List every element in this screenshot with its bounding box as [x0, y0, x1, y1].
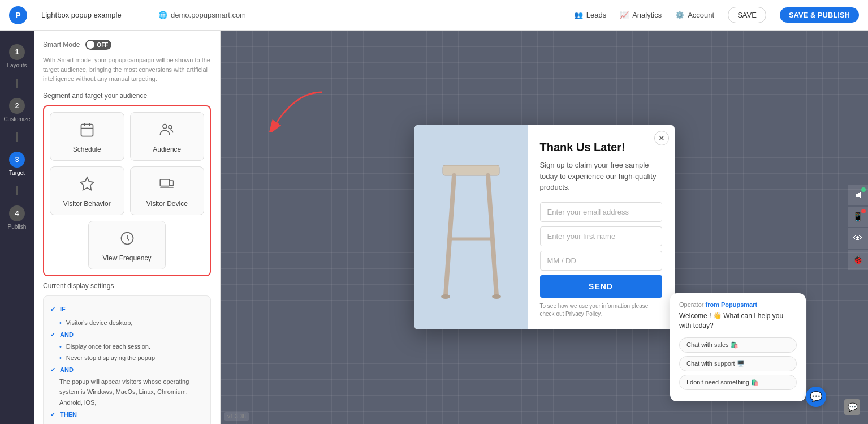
- check-icon-and1: ✔: [50, 329, 55, 340]
- and-label-1: AND: [60, 329, 74, 340]
- svg-point-17: [492, 294, 501, 299]
- step-divider-3: [16, 186, 18, 195]
- mobile-view-button[interactable]: 📱: [848, 207, 868, 227]
- visitor-behavior-icon: [79, 176, 95, 195]
- condition-and-2: ✔ AND: [50, 365, 204, 375]
- audience-label: Audience: [153, 145, 181, 153]
- version-badge: v1.3.38: [224, 412, 249, 421]
- chat-support-button[interactable]: Chat with support 🖥️: [679, 356, 797, 371]
- toggle-state: OFF: [97, 42, 108, 48]
- campaign-name[interactable]: Lightbox popup example: [36, 8, 149, 22]
- visitor-device-icon: [159, 176, 175, 195]
- targeting-card-visitor-device[interactable]: Visitor Device: [130, 166, 205, 215]
- gear-icon: ⚙️: [675, 11, 684, 19]
- desktop-icon: 🖥: [853, 190, 862, 200]
- chat-open-button[interactable]: 💬: [806, 387, 826, 407]
- check-icon-if: ✔: [50, 304, 55, 315]
- canvas: ✕ Thank Us Later! Sign up to claim your …: [221, 31, 868, 424]
- svg-marker-6: [80, 177, 93, 190]
- popup-description: Sign up to claim your free sample today …: [540, 160, 662, 193]
- audience-icon: [159, 122, 175, 141]
- popup-privacy: To see how we use your information pleas…: [540, 302, 662, 318]
- step-customize[interactable]: 2 Customize: [0, 93, 34, 127]
- name-input[interactable]: [540, 226, 662, 246]
- popup-image-side: [414, 125, 528, 329]
- smart-mode-row: Smart Mode OFF: [43, 40, 211, 50]
- targeting-card-visitor-behavior[interactable]: Visitor Behavior: [50, 166, 124, 215]
- condition-session-text: Display once for each session.: [66, 341, 150, 352]
- targeting-card-audience[interactable]: Audience: [130, 112, 205, 161]
- targeting-card-schedule[interactable]: Schedule: [50, 112, 124, 161]
- condition-session: • Display once for each session.: [59, 341, 204, 352]
- steps-sidebar: 1 Layouts 2 Customize 3 Target 4 Publish: [0, 31, 34, 424]
- chat-message: Welcome ! 👋 What can I help you with tod…: [679, 311, 797, 331]
- email-input[interactable]: [540, 202, 662, 222]
- targeting-card-view-frequency[interactable]: View Frequency: [88, 221, 166, 269]
- chat-widget: Operator from Popupsmart Welcome ! 👋 Wha…: [670, 293, 806, 401]
- condition-os-text: The popup will appear visitors whose ope…: [59, 376, 204, 408]
- smart-mode-label: Smart Mode: [43, 41, 80, 49]
- if-label: IF: [60, 304, 66, 315]
- leads-icon: 👥: [574, 11, 583, 19]
- eye-icon: 👁: [853, 233, 862, 243]
- chat-toggle-icon[interactable]: 💬: [844, 399, 860, 415]
- red-arrow: [266, 87, 328, 132]
- mobile-inactive-dot: [861, 209, 866, 213]
- visitor-behavior-label: Visitor Behavior: [63, 200, 111, 208]
- schedule-icon: [79, 122, 95, 141]
- view-frequency-label: View Frequency: [103, 254, 152, 262]
- view-frequency-icon: [119, 230, 135, 250]
- step-circle-2: 2: [9, 98, 25, 114]
- svg-point-4: [163, 124, 167, 128]
- current-display-label: Current display settings: [43, 282, 211, 290]
- header-url: 🌐 demo.popupsmart.com: [158, 11, 246, 19]
- popup-content-side: ✕ Thank Us Later! Sign up to claim your …: [528, 125, 675, 329]
- nav-analytics[interactable]: 📈 Analytics: [620, 11, 662, 19]
- step-publish[interactable]: 4 Publish: [0, 201, 34, 234]
- then-label: THEN: [60, 409, 77, 420]
- svg-rect-12: [443, 165, 499, 175]
- popup-title: Thank Us Later!: [540, 141, 662, 154]
- smart-description: With Smart mode, your popup campaign wil…: [43, 55, 211, 84]
- step-circle-1: 1: [9, 44, 25, 60]
- schedule-label: Schedule: [73, 145, 101, 153]
- send-button[interactable]: SEND: [540, 275, 662, 298]
- main-layout: 1 Layouts 2 Customize 3 Target 4 Publish…: [0, 31, 868, 424]
- svg-point-16: [441, 294, 450, 299]
- targeting-grid: Schedule Audience Visitor Behavior: [43, 105, 211, 276]
- step-divider-2: [16, 132, 18, 142]
- svg-rect-7: [161, 179, 170, 186]
- check-icon-and2: ✔: [50, 365, 55, 375]
- nav-account[interactable]: ⚙️ Account: [675, 11, 714, 19]
- step-label-layouts: Layouts: [7, 62, 27, 68]
- condition-if: ✔ IF: [50, 304, 204, 317]
- desktop-view-button[interactable]: 🖥: [848, 185, 868, 205]
- step-circle-3: 3: [9, 152, 25, 168]
- date-input[interactable]: [540, 251, 662, 271]
- chat-toggle-symbol: 💬: [848, 402, 857, 412]
- chat-no-need-button[interactable]: I don't need something 🛍️: [679, 375, 797, 390]
- dot-icon-device: •: [59, 318, 62, 328]
- chat-bubble-area: 💬: [844, 399, 860, 415]
- svg-line-14: [488, 175, 496, 295]
- bug-button[interactable]: 🐞: [848, 250, 868, 270]
- preview-button[interactable]: 👁: [848, 228, 868, 249]
- condition-then: ✔ THEN: [50, 409, 204, 420]
- smart-mode-toggle[interactable]: OFF: [85, 40, 111, 50]
- step-layouts[interactable]: 1 Layouts: [0, 40, 34, 73]
- save-publish-button[interactable]: SAVE & PUBLISH: [780, 7, 859, 23]
- popup-close-button[interactable]: ✕: [654, 131, 669, 145]
- bug-icon: 🐞: [852, 254, 863, 265]
- dot-icon-never: •: [59, 353, 62, 363]
- chat-sales-button[interactable]: Chat with sales 🛍️: [679, 337, 797, 353]
- desktop-active-dot: [861, 187, 866, 192]
- operator-brand: from Popupsmart: [705, 301, 757, 308]
- check-icon-then: ✔: [50, 409, 55, 420]
- save-button[interactable]: SAVE: [728, 7, 766, 23]
- step-label-publish: Publish: [8, 224, 27, 230]
- step-target[interactable]: 3 Target: [0, 147, 34, 181]
- step-label-customize: Customize: [3, 116, 30, 122]
- app-logo[interactable]: P: [9, 6, 27, 24]
- nav-leads[interactable]: 👥 Leads: [574, 11, 606, 19]
- condition-device: • Visitor's device desktop,: [59, 318, 204, 328]
